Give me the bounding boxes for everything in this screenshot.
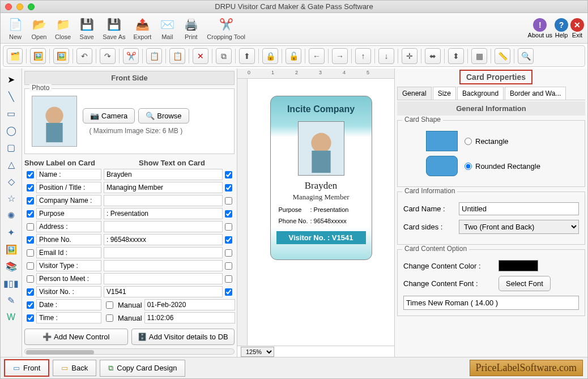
field-text-input[interactable] [104, 273, 223, 284]
print-button[interactable]: 🖨️Print [180, 15, 202, 41]
tb-ruler-icon[interactable]: 📏 [495, 48, 510, 64]
field-label-input[interactable] [36, 273, 101, 284]
show-text-checkbox[interactable] [225, 262, 232, 270]
save-as-button[interactable]: 💾Save As [99, 15, 129, 41]
show-label-checkbox[interactable] [27, 236, 34, 244]
zoom-select[interactable]: 125% [241, 347, 274, 357]
pointer-tool-icon[interactable]: ➤ [4, 72, 19, 87]
field-text-input[interactable] [104, 182, 223, 193]
triangle-tool-icon[interactable]: △ [4, 157, 19, 172]
show-text-checkbox[interactable] [225, 171, 232, 178]
field-label-input[interactable] [36, 195, 101, 206]
show-label-checkbox[interactable] [27, 184, 34, 191]
show-label-checkbox[interactable] [27, 249, 34, 257]
exit-button[interactable]: ✕Exit [570, 18, 584, 39]
show-text-checkbox[interactable] [225, 275, 232, 283]
field-label-input[interactable] [36, 247, 101, 258]
field-label-input[interactable] [36, 286, 101, 297]
card-name-input[interactable] [459, 202, 579, 215]
barcode-tool-icon[interactable]: ▮▯▮ [4, 276, 19, 291]
star-tool-icon[interactable]: ☆ [4, 191, 19, 206]
field-label-input[interactable] [36, 208, 101, 219]
field-text-input[interactable] [104, 221, 223, 232]
card-preview[interactable]: Incite Company Brayden Managing Member P… [270, 96, 372, 260]
ellipse-tool-icon[interactable]: ◯ [4, 123, 19, 138]
field-label-input[interactable] [36, 312, 101, 323]
tb-wizard-icon[interactable]: 🗂️ [7, 48, 23, 64]
show-text-checkbox[interactable] [225, 184, 232, 191]
field-text-input[interactable] [104, 208, 223, 219]
library-tool-icon[interactable]: 📚 [4, 259, 19, 274]
field-text-input[interactable] [104, 286, 223, 297]
field-label-input[interactable] [36, 221, 101, 232]
field-text-input[interactable] [144, 299, 235, 310]
field-label-input[interactable] [36, 234, 101, 245]
tb-preview-icon[interactable]: 🔍 [518, 48, 534, 64]
signature-tool-icon[interactable]: ✎ [4, 293, 19, 308]
canvas-stage[interactable]: Incite Company Brayden Managing Member P… [248, 79, 394, 346]
tb-delete-icon[interactable]: ✕ [193, 48, 208, 64]
tb-align-right-icon[interactable]: → [332, 48, 348, 64]
tb-center-icon[interactable]: ✛ [402, 48, 417, 64]
show-label-checkbox[interactable] [27, 262, 34, 270]
tb-image-icon[interactable]: 🖼️ [30, 48, 46, 64]
show-text-checkbox[interactable] [225, 197, 232, 205]
camera-button[interactable]: 📷Camera [83, 108, 135, 124]
show-label-checkbox[interactable] [27, 223, 34, 231]
add-control-button[interactable]: ➕Add New Control [24, 329, 128, 345]
diamond-tool-icon[interactable]: ◇ [4, 174, 19, 189]
tb-grid-icon[interactable]: ▦ [471, 48, 487, 64]
burst-tool-icon[interactable]: ✺ [4, 208, 19, 223]
show-text-checkbox[interactable] [225, 249, 232, 257]
tb-unlock-icon[interactable]: 🔓 [286, 48, 301, 64]
field-text-input[interactable] [104, 260, 223, 271]
tb-bring-front-icon[interactable]: ⬆ [239, 48, 255, 64]
tb-duplicate-icon[interactable]: ⧉ [216, 48, 232, 64]
content-color-swatch[interactable] [498, 260, 538, 271]
tb-paste-icon[interactable]: 📋 [169, 48, 185, 64]
show-label-checkbox[interactable] [27, 301, 34, 309]
tb-align-top-icon[interactable]: ↑ [355, 48, 371, 64]
arrow-tool-icon[interactable]: ✦ [4, 225, 19, 240]
new-button[interactable]: 📄New [4, 15, 27, 41]
select-font-button[interactable]: Select Font [498, 276, 551, 291]
show-text-checkbox[interactable] [225, 236, 232, 244]
card-sides-select[interactable]: Two (Front and Back) [459, 220, 579, 234]
field-text-input[interactable] [104, 195, 223, 206]
mail-button[interactable]: ✉️Mail [156, 15, 178, 41]
field-text-input[interactable] [104, 234, 223, 245]
horizontal-scrollbar[interactable] [24, 348, 235, 355]
add-db-button[interactable]: 🗄️Add Visitor details to DB [131, 329, 235, 345]
radio-rectangle[interactable] [465, 138, 472, 145]
field-text-input[interactable] [104, 169, 223, 180]
cropping-tool-button[interactable]: ✂️Cropping Tool [203, 15, 249, 41]
wordart-tool-icon[interactable]: W [4, 310, 19, 325]
manual-checkbox[interactable] [106, 301, 113, 309]
tb-align-v-icon[interactable]: ⬍ [448, 48, 464, 64]
browse-button[interactable]: 🔍Browse [138, 108, 189, 124]
tb-image-export-icon[interactable]: 🖼️ [53, 48, 69, 64]
field-text-input[interactable] [144, 312, 235, 323]
show-text-checkbox[interactable] [225, 288, 232, 296]
tb-undo-icon[interactable]: ↶ [76, 48, 92, 64]
show-text-checkbox[interactable] [225, 223, 232, 231]
show-label-checkbox[interactable] [27, 288, 34, 296]
rounded-rect-tool-icon[interactable]: ▢ [4, 140, 19, 155]
tb-align-left-icon[interactable]: ← [309, 48, 325, 64]
show-label-checkbox[interactable] [27, 314, 34, 322]
field-label-input[interactable] [36, 182, 101, 193]
tb-cut-icon[interactable]: ✂️ [123, 48, 139, 64]
radio-rounded-rectangle[interactable] [465, 163, 472, 170]
tab-front[interactable]: ▭Front [4, 359, 49, 377]
tab-general[interactable]: General [397, 87, 432, 100]
field-label-input[interactable] [36, 260, 101, 271]
save-button[interactable]: 💾Save [75, 15, 98, 41]
show-label-checkbox[interactable] [27, 275, 34, 283]
close-button[interactable]: 📁Close [52, 15, 74, 41]
about-button[interactable]: !About us [528, 18, 552, 39]
tb-copy-icon[interactable]: 📋 [146, 48, 162, 64]
rect-tool-icon[interactable]: ▭ [4, 106, 19, 121]
show-label-checkbox[interactable] [27, 171, 34, 178]
image-tool-icon[interactable]: 🖼️ [4, 242, 19, 257]
open-button[interactable]: 📂Open [28, 15, 50, 41]
